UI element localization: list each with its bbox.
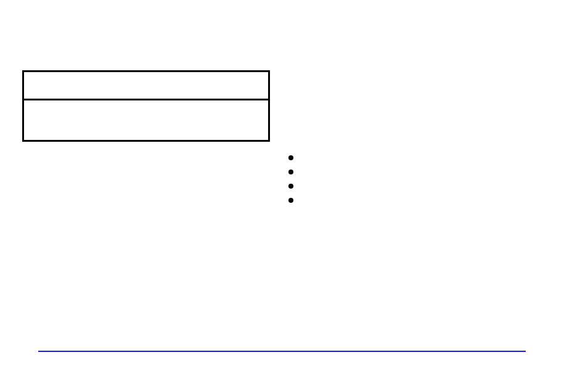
bullet-item: [288, 169, 293, 174]
bullet-list: [288, 155, 293, 203]
split-rectangle: [22, 70, 270, 142]
bullet-item: [288, 184, 293, 189]
box-horizontal-divider: [24, 99, 268, 100]
horizontal-rule: [38, 351, 526, 352]
bullet-item: [288, 198, 293, 203]
bullet-item: [288, 155, 293, 160]
